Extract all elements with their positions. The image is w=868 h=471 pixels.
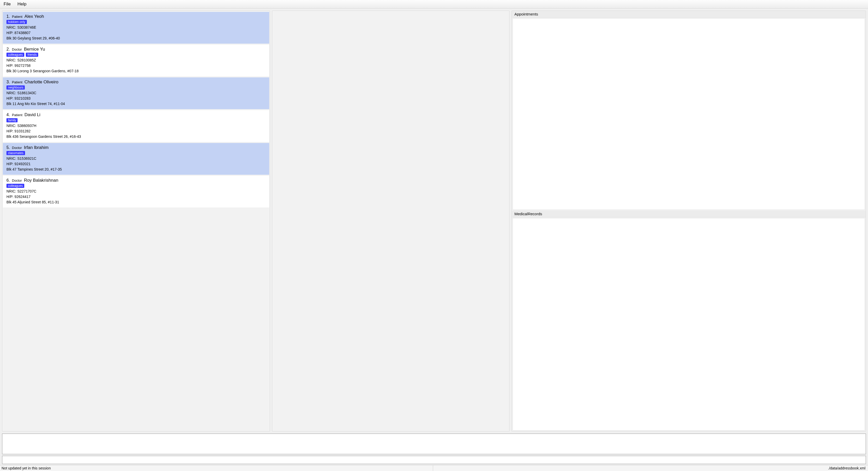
person-nric: NRIC: S3038746E	[6, 25, 266, 30]
person-name: Roy Balakrishnan	[24, 178, 58, 183]
person-index: 4.	[6, 113, 10, 117]
command-input[interactable]	[2, 456, 866, 464]
tag: family	[6, 118, 18, 122]
person-tags: family	[6, 118, 266, 122]
person-address: Blk 11 Ang Mo Kio Street 74, #11-04	[6, 101, 266, 106]
person-role: Patient	[12, 113, 22, 117]
medicalrecords-section: MedicalRecords	[512, 211, 866, 431]
person-nric: NRIC: S1861343C	[6, 90, 266, 96]
person-name: Bernice Yu	[24, 47, 45, 52]
appointments-section: Appointments	[512, 11, 866, 211]
person-card-header: 5.DoctorIrfan Ibrahim	[6, 145, 266, 150]
person-index: 3.	[6, 80, 10, 84]
medicalrecords-body	[513, 218, 865, 431]
person-hp: H/P: 92624417	[6, 194, 266, 199]
tag: hokkien only	[6, 20, 27, 24]
person-hp: H/P: 99272758	[6, 63, 266, 68]
person-hp: H/P: 93210283	[6, 96, 266, 101]
person-address: Blk 47 Tampines Street 20, #17-35	[6, 167, 266, 172]
person-card[interactable]: 1.PatientAlex Yeohhokkien onlyNRIC: S303…	[3, 12, 269, 43]
menubar: File Help	[0, 0, 868, 8]
person-role: Doctor	[12, 179, 22, 183]
tag: friends	[26, 53, 38, 57]
person-tags: colleagues	[6, 184, 266, 188]
statusbar: Not updated yet in this session ./data/a…	[0, 465, 868, 471]
menu-help[interactable]: Help	[16, 1, 27, 7]
content-area: 1.PatientAlex Yeohhokkien onlyNRIC: S303…	[0, 8, 868, 434]
middle-panel	[272, 10, 509, 432]
person-hp: H/P: 91031282	[6, 128, 266, 134]
person-hp: H/P: 87438807	[6, 30, 266, 36]
menu-file[interactable]: File	[3, 1, 11, 7]
tag: neighbours	[6, 86, 25, 90]
person-tags: hokkien only	[6, 20, 266, 24]
person-tags: classmates	[6, 151, 266, 155]
tag: classmates	[6, 151, 25, 155]
person-card-header: 6.DoctorRoy Balakrishnan	[6, 178, 266, 183]
tag: colleagues	[6, 184, 24, 188]
person-name: David Li	[25, 112, 40, 118]
person-role: Doctor	[12, 48, 22, 51]
person-nric: NRIC: S2271707C	[6, 189, 266, 194]
person-card[interactable]: 2.DoctorBernice YucolleaguesfriendsNRIC:…	[3, 45, 269, 76]
person-card[interactable]: 4.PatientDavid LifamilyNRIC: S3860937HH/…	[3, 110, 269, 142]
person-name: Charlotte Oliveiro	[25, 80, 58, 85]
person-hp: H/P: 92492021	[6, 161, 266, 167]
person-list-panel: 1.PatientAlex Yeohhokkien onlyNRIC: S303…	[2, 10, 270, 432]
right-panel: Appointments MedicalRecords	[512, 10, 866, 432]
person-index: 6.	[6, 178, 10, 183]
result-display	[2, 434, 866, 454]
person-tags: colleaguesfriends	[6, 53, 266, 57]
person-nric: NRIC: S3860937H	[6, 123, 266, 128]
tag: colleagues	[6, 53, 24, 57]
app-window: File Help 1.PatientAlex Yeohhokkien only…	[0, 0, 868, 471]
person-address: Blk 45 Aljunied Street 85, #11-31	[6, 199, 266, 205]
person-address: Blk 30 Lorong 3 Serangoon Gardens, #07-1…	[6, 68, 266, 74]
person-nric: NRIC: S2810085Z	[6, 58, 266, 63]
person-card-header: 2.DoctorBernice Yu	[6, 47, 266, 52]
person-address: Blk 30 Geylang Street 29, #06-40	[6, 36, 266, 41]
person-card-header: 1.PatientAlex Yeoh	[6, 14, 266, 19]
person-nric: NRIC: S1536921C	[6, 156, 266, 161]
person-tags: neighbours	[6, 86, 266, 90]
person-name: Irfan Ibrahim	[24, 145, 49, 150]
person-role: Patient	[12, 80, 22, 84]
medicalrecords-header: MedicalRecords	[512, 211, 866, 217]
person-card[interactable]: 6.DoctorRoy BalakrishnancolleaguesNRIC: …	[3, 176, 269, 208]
bottom-area	[0, 434, 868, 465]
person-name: Alex Yeoh	[25, 14, 44, 19]
person-role: Patient	[12, 15, 22, 19]
person-role: Doctor	[12, 146, 22, 150]
person-card-header: 4.PatientDavid Li	[6, 112, 266, 118]
person-index: 1.	[6, 14, 10, 19]
appointments-header: Appointments	[512, 11, 866, 18]
person-card[interactable]: 5.DoctorIrfan IbrahimclassmatesNRIC: S15…	[3, 143, 269, 175]
status-message: Not updated yet in this session	[0, 465, 433, 471]
person-card-header: 3.PatientCharlotte Oliveiro	[6, 80, 266, 85]
person-address: Blk 436 Serangoon Gardens Street 26, #16…	[6, 134, 266, 139]
status-filepath: ./data/addressbook.xml	[433, 465, 868, 471]
appointments-body	[513, 18, 865, 210]
person-card[interactable]: 3.PatientCharlotte OliveironeighboursNRI…	[3, 77, 269, 109]
person-index: 2.	[6, 47, 10, 52]
person-index: 5.	[6, 145, 10, 150]
